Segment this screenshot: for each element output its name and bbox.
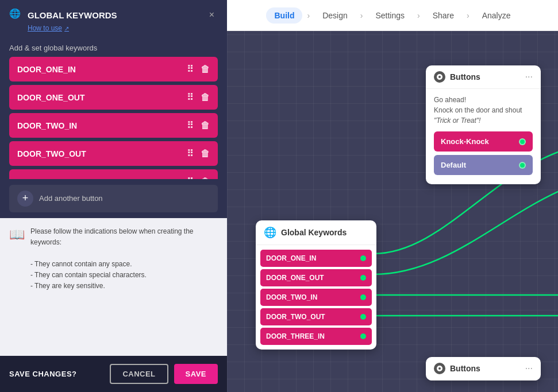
gk-card-body: DOOR_ONE_IN DOOR_ONE_OUT DOOR_TWO_IN DOO… <box>256 245 376 350</box>
trash-icon-4[interactable]: 🗑 <box>201 149 210 159</box>
card-text-1: Go ahead! <box>434 96 466 104</box>
buttons-card-title: Buttons <box>450 72 521 81</box>
trash-icon-2[interactable]: 🗑 <box>201 92 210 103</box>
card-text-italic: "Trick or Treat"! <box>434 117 480 125</box>
keyword-item-4: DOOR_TWO_OUT ⠿ 🗑 <box>9 141 218 166</box>
canvas-area[interactable]: Build › Design › Settings › Share › Anal… <box>227 0 558 392</box>
buttons-card-top: Buttons ··· Go ahead! Knock on the door … <box>426 65 541 184</box>
info-rule-1: - They cannot contain any space. <box>30 260 132 268</box>
panel-title-left: 🌐 GLOBAL KEYWORDS <box>9 8 117 22</box>
drag-icon-2[interactable]: ⠿ <box>187 92 194 103</box>
info-section: 📖 Please follow the indications below wh… <box>0 218 227 356</box>
gk-item-1: DOOR_ONE_IN <box>260 250 372 267</box>
keyword-actions-4: ⠿ 🗑 <box>187 148 210 159</box>
buttons-card-icon <box>434 71 445 83</box>
add-another-button[interactable]: + Add another button <box>9 185 218 212</box>
drag-icon-5[interactable]: ⠿ <box>187 176 194 179</box>
keywords-list: DOOR_ONE_IN ⠿ 🗑 DOOR_ONE_OUT ⠿ 🗑 DOOR_TW… <box>0 57 227 179</box>
buttons-card-text: Go ahead! Knock on the door and shout "T… <box>434 95 533 126</box>
drag-icon-4[interactable]: ⠿ <box>187 148 194 159</box>
buttons-card-bottom-menu-icon[interactable]: ··· <box>525 363 533 374</box>
gk-item-4: DOOR_TWO_OUT <box>260 308 372 325</box>
buttons-card-body: Go ahead! Knock on the door and shout "T… <box>426 89 541 184</box>
gk-item-label-5: DOOR_THREE_IN <box>266 332 325 340</box>
keyword-label-5: DOOR_THREE_IN <box>17 177 187 179</box>
gk-item-label-2: DOOR_ONE_OUT <box>266 274 324 282</box>
left-panel: 🌐 GLOBAL KEYWORDS × How to use ↗ Add & s… <box>0 0 227 392</box>
close-button[interactable]: × <box>206 9 218 21</box>
option-dot-1 <box>519 138 526 145</box>
nav-sep-4: › <box>467 11 470 20</box>
gk-dot-2 <box>360 275 366 281</box>
gk-card-title: Global Keywords <box>281 228 347 237</box>
keyword-item-3: DOOR_TWO_IN ⠿ 🗑 <box>9 113 218 138</box>
gk-item-label-3: DOOR_TWO_IN <box>266 293 317 301</box>
nav-sep-1: › <box>307 11 310 20</box>
buttons-card-bottom-icon <box>434 363 445 374</box>
book-icon: 📖 <box>9 227 25 242</box>
keyword-actions-5: ⠿ 🗑 <box>187 176 210 179</box>
panel-title: GLOBAL KEYWORDS <box>28 10 117 20</box>
gk-globe-icon: 🌐 <box>264 226 276 239</box>
panel-footer: SAVE CHANGES? CANCEL SAVE <box>0 356 227 392</box>
button-option-default-label: Default <box>441 161 466 169</box>
nav-design[interactable]: Design <box>314 7 356 24</box>
info-text-main: Please follow the indications below when… <box>30 227 194 246</box>
info-rule-2: - They can contain special characters. <box>30 271 147 279</box>
button-option-knock[interactable]: Knock-Knock <box>434 131 533 152</box>
buttons-card-header: Buttons ··· <box>426 65 541 89</box>
drag-icon-3[interactable]: ⠿ <box>187 120 194 131</box>
keyword-label-2: DOOR_ONE_OUT <box>17 93 187 102</box>
option-dot-2 <box>519 162 526 169</box>
nav-analyze[interactable]: Analyze <box>474 7 519 24</box>
gk-item-5: DOOR_THREE_IN <box>260 328 372 345</box>
add-button-label: Add another button <box>39 194 103 203</box>
how-to-use-link[interactable]: How to use ↗ <box>28 24 218 32</box>
trash-icon-5[interactable]: 🗑 <box>201 177 210 179</box>
info-text-block: Please follow the indications below when… <box>30 226 218 292</box>
canvas-content: Buttons ··· Go ahead! Knock on the door … <box>227 31 558 392</box>
svg-point-3 <box>438 367 441 370</box>
footer-buttons: CANCEL SAVE <box>110 364 218 384</box>
keyword-label-4: DOOR_TWO_OUT <box>17 149 187 158</box>
gk-dot-3 <box>360 294 366 300</box>
gk-card-header: 🌐 Global Keywords <box>256 220 376 245</box>
keyword-actions-2: ⠿ 🗑 <box>187 92 210 103</box>
save-button[interactable]: SAVE <box>174 364 218 384</box>
keyword-label-3: DOOR_TWO_IN <box>17 121 187 130</box>
buttons-card-bottom-header: Buttons ··· <box>426 357 541 381</box>
add-circle-icon: + <box>17 191 33 207</box>
nav-build[interactable]: Build <box>266 7 302 24</box>
keyword-label-1: DOOR_ONE_IN <box>17 65 187 74</box>
info-rule-3: - They are key sensitive. <box>30 282 105 290</box>
keyword-item-1: DOOR_ONE_IN ⠿ 🗑 <box>9 57 218 81</box>
card-text-2: Knock on the door and shout <box>434 106 522 114</box>
globe-icon: 🌐 <box>9 8 23 22</box>
nav-share[interactable]: Share <box>425 7 462 24</box>
trash-icon-3[interactable]: 🗑 <box>201 121 210 131</box>
gk-item-2: DOOR_ONE_OUT <box>260 269 372 286</box>
external-link-icon: ↗ <box>64 25 69 32</box>
cancel-button[interactable]: CANCEL <box>110 364 168 384</box>
trash-icon-1[interactable]: 🗑 <box>201 64 210 75</box>
svg-point-1 <box>438 76 441 78</box>
gk-dot-1 <box>360 255 366 261</box>
keyword-item-2: DOOR_ONE_OUT ⠿ 🗑 <box>9 85 218 110</box>
gk-item-3: DOOR_TWO_IN <box>260 289 372 306</box>
keyword-actions-1: ⠿ 🗑 <box>187 64 210 75</box>
buttons-card-bottom: Buttons ··· <box>426 357 541 381</box>
button-option-default[interactable]: Default <box>434 155 533 175</box>
nav-settings[interactable]: Settings <box>367 7 413 24</box>
gk-dot-5 <box>360 333 366 339</box>
gk-item-label-4: DOOR_TWO_OUT <box>266 313 325 321</box>
keyword-item-5: DOOR_THREE_IN ⠿ 🗑 <box>9 169 218 179</box>
gk-card: 🌐 Global Keywords DOOR_ONE_IN DOOR_ONE_O… <box>256 220 376 350</box>
buttons-card-menu-icon[interactable]: ··· <box>525 72 533 82</box>
top-nav: Build › Design › Settings › Share › Anal… <box>227 0 558 31</box>
save-changes-label: SAVE CHANGES? <box>9 370 77 378</box>
drag-icon-1[interactable]: ⠿ <box>187 64 194 75</box>
gk-item-label-1: DOOR_ONE_IN <box>266 254 316 262</box>
nav-sep-2: › <box>360 11 363 20</box>
panel-header: 🌐 GLOBAL KEYWORDS × How to use ↗ <box>0 0 227 38</box>
button-option-knock-label: Knock-Knock <box>441 137 489 146</box>
